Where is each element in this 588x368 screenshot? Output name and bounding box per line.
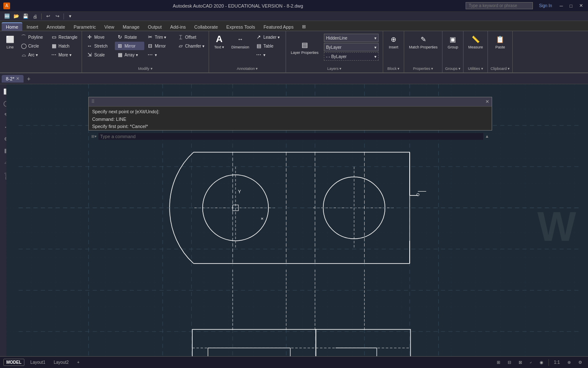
draw-hatch-button[interactable]: ▦ Hatch [49, 42, 79, 50]
group-button[interactable]: ▣ Group [445, 33, 461, 51]
tab-collaborate[interactable]: Collaborate [190, 23, 222, 31]
layer-properties-button[interactable]: ▤ Layer Properties [289, 38, 320, 56]
tab-manage[interactable]: Manage [119, 23, 144, 31]
match-icon: ✎ [418, 34, 428, 44]
tab-insert[interactable]: Insert [22, 23, 42, 31]
add-layout[interactable]: + [74, 359, 82, 365]
circle-icon: ◯ [20, 43, 27, 49]
search-input[interactable] [466, 2, 533, 9]
model-tab[interactable]: MODEL [3, 359, 24, 366]
tab-add-button[interactable]: + [24, 75, 33, 83]
arc-icon: ⌓ [20, 51, 27, 58]
groups-group-label: Groups ▾ [445, 67, 461, 71]
cmdline-drag-icon[interactable]: ⠿ [91, 99, 95, 104]
cmdline-expand[interactable]: ▲ [485, 134, 489, 139]
window-minimize[interactable]: ─ [558, 3, 565, 8]
qat-new[interactable]: 🆕 [3, 13, 11, 20]
tab-view[interactable]: View [100, 23, 119, 31]
bylayer1-select[interactable]: ByLayer ▾ [324, 43, 379, 51]
draw-col: ⌒ Polyline ◯ Circle ⌓ Arc ▾ [19, 33, 48, 59]
layer-dropdowns: HiddenLine ▾ ByLayer ▾ - - ByLayer ▾ [322, 33, 380, 61]
draw-circle-button[interactable]: ◯ Circle [19, 42, 48, 50]
tab-home[interactable]: Home [2, 22, 22, 31]
qat-save[interactable]: 💾 [22, 13, 29, 20]
bylayer2-select[interactable]: - - ByLayer ▾ [324, 52, 379, 61]
block-insert-button[interactable]: ⊕ Insert [386, 33, 401, 51]
modify-rotate-button[interactable]: ↻ Rotate [115, 33, 144, 41]
cmdline-input-row: ⊞▾ ▲ [89, 132, 492, 141]
layout1-tab[interactable]: Layout1 [28, 359, 48, 365]
snap-toggle[interactable]: ⊞ [494, 359, 503, 365]
tab-close-1[interactable]: ✕ [16, 76, 19, 81]
clipboard-group-label: Clipboard ▾ [490, 67, 510, 71]
annotation-leader-button[interactable]: ↗ Leader ▾ [254, 33, 283, 41]
ortho-toggle[interactable]: ⊠ [516, 359, 524, 365]
ribbon-group-clipboard: 📋 Paste Clipboard ▾ [488, 31, 513, 72]
layer-select[interactable]: HiddenLine ▾ [324, 34, 379, 42]
tab-express[interactable]: Express Tools [222, 23, 259, 31]
paste-button[interactable]: 📋 Paste [493, 33, 508, 51]
grid-toggle[interactable]: ⊟ [505, 359, 514, 365]
draw-polyline-button[interactable]: ⌒ Polyline [19, 33, 48, 41]
modify-offset-button[interactable]: ⌶ Offset [175, 33, 206, 41]
modify-scale-button[interactable]: ⇲ Scale [85, 51, 114, 59]
modify-chamfer-button[interactable]: ▱ Chamfer ▾ [175, 42, 206, 50]
qat-undo[interactable]: ↩ [44, 13, 52, 20]
app-title: Autodesk AutoCAD 2020 - EDUCATIONAL VERS… [10, 3, 466, 8]
annotation-scale[interactable]: 1:1 [551, 359, 562, 365]
ribbon-group-modify: ✛ Move ↔ Stretch ⇲ Scale ↻ Rotate [82, 31, 209, 72]
settings-icon[interactable]: ⚙ [576, 359, 585, 365]
match-properties-button[interactable]: ✎ Match Properties [407, 33, 440, 51]
drawing-area[interactable]: ⬜ ◯ ✎ ↔ ⊕ ▦ ⌓ me] ⠿ ✕ Specify next point… [0, 84, 588, 356]
measure-button[interactable]: 📏 Measure [466, 33, 485, 51]
command-input[interactable] [98, 133, 483, 140]
modify-mirror-button[interactable]: ⊟ Mirror [145, 42, 175, 50]
annotation-text-button[interactable]: A Text ▾ [212, 33, 227, 51]
svg-text:W: W [537, 203, 576, 250]
tab-featured[interactable]: Featured Apps [259, 23, 298, 31]
trim-icon: ✂ [147, 34, 154, 40]
tab-output[interactable]: Output [144, 23, 166, 31]
sign-in-button[interactable]: Sign In [536, 3, 554, 9]
osnap-toggle[interactable]: ◉ [537, 359, 546, 365]
annotation-table-button[interactable]: ▤ Table [254, 42, 283, 50]
modify-copy-button[interactable]: ⊞ Mirror [115, 42, 144, 50]
modify-array-button[interactable]: ▦ Array ▾ [115, 51, 144, 59]
measure-icon: 📏 [471, 34, 481, 44]
tab-parametric[interactable]: Parametric [69, 23, 100, 31]
tab-addins[interactable]: Add-ins [166, 23, 190, 31]
window-maximize[interactable]: □ [568, 3, 574, 8]
annotation-more3-button[interactable]: ⋯ ▾ [254, 51, 283, 59]
cmd-msg-3: Specify first point: *Cancel* [92, 123, 488, 131]
qat-redo[interactable]: ↪ [53, 13, 61, 20]
annotation-dimension-button[interactable]: ↔ Dimension [228, 33, 253, 51]
group-icon: ▣ [448, 34, 458, 44]
hatch-icon: ▦ [50, 43, 57, 49]
qat-open[interactable]: 📂 [13, 13, 20, 20]
bylayer1-value: ByLayer [326, 45, 342, 50]
tab-annotate[interactable]: Annotate [42, 23, 69, 31]
statusbar-right: ⊞ ⊟ ⊠ ⌿ ◉ 1:1 ⊕ ⚙ [494, 359, 585, 366]
draw-arc-button[interactable]: ⌓ Arc ▾ [19, 51, 48, 59]
draw-line-button[interactable]: ⬜ Line [3, 33, 18, 51]
leader-icon: ↗ [255, 34, 262, 40]
move-icon: ✛ [86, 34, 93, 40]
chevron-down-icon-3: ▾ [374, 54, 376, 59]
cmdline-close-icon[interactable]: ✕ [485, 99, 489, 104]
more-icon: ⋯ [50, 51, 57, 58]
modify-stretch-button[interactable]: ↔ Stretch [85, 42, 114, 50]
window-close[interactable]: ✕ [577, 3, 585, 8]
modify-trim-button[interactable]: ✂ Trim ▾ [145, 33, 175, 41]
tab-extra[interactable]: ⊞ [298, 23, 310, 31]
draw-rect-button[interactable]: ▭ Rectangle [49, 33, 79, 41]
modify-more2-button[interactable]: ⋯ ▾ [145, 51, 175, 59]
modify-move-button[interactable]: ✛ Move [85, 33, 114, 41]
ribbon-group-groups: ▣ Group Groups ▾ [442, 31, 464, 72]
qat-customize[interactable]: ▾ [66, 13, 74, 20]
zoom-status[interactable]: ⊕ [565, 359, 573, 365]
qat-print[interactable]: 🖨 [31, 13, 39, 20]
layout2-tab[interactable]: Layout2 [51, 359, 72, 365]
draw-more-button[interactable]: ⋯ More ▾ [49, 51, 79, 59]
tab-document-1[interactable]: 8-2* ✕ [2, 75, 24, 83]
polar-toggle[interactable]: ⌿ [527, 359, 535, 365]
